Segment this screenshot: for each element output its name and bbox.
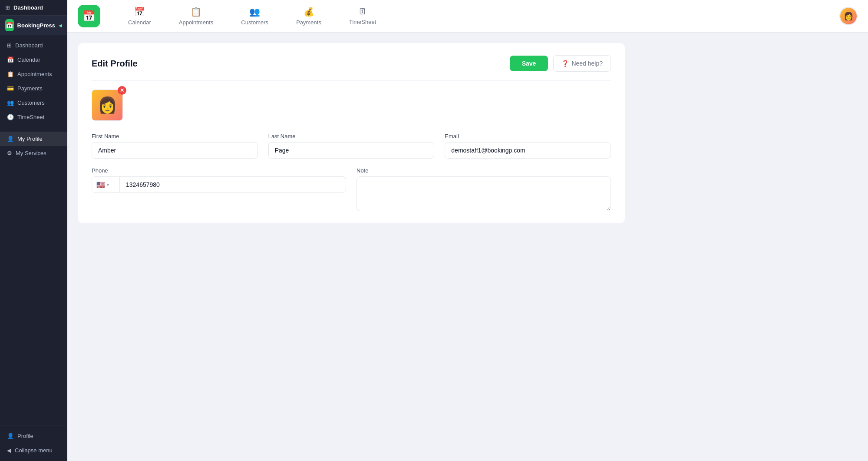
user-avatar[interactable]: 👩 — [839, 7, 858, 25]
sidebar-item-customers[interactable]: 👥 Customers — [0, 96, 67, 110]
sidebar-item-my-services[interactable]: ⚙ My Services — [0, 146, 67, 160]
sidebar-nav: ⊞ Dashboard 📅 Calendar 📋 Appointments 💳 … — [0, 35, 67, 425]
card-header: Edit Profile Save ❓ Need help? — [92, 55, 611, 81]
avatar-remove-button[interactable]: ✕ — [118, 86, 126, 95]
dashboard-icon: ⊞ — [7, 42, 12, 49]
sidebar: ⊞ Dashboard 📅 BookingPress ◀ ⊞ Dashboard… — [0, 0, 67, 461]
help-icon: ❓ — [561, 60, 569, 67]
form-row-2: Phone 🇺🇸 ▾ Note — [92, 167, 611, 211]
phone-chevron-icon: ▾ — [107, 182, 109, 187]
appointments-icon: 📋 — [7, 71, 14, 77]
page-title: Edit Profile — [92, 59, 138, 69]
last-name-label: Last Name — [268, 133, 435, 139]
topnav-customers[interactable]: 👥 Customers — [227, 2, 282, 30]
sidebar-item-my-profile[interactable]: 👤 My Profile — [0, 132, 67, 146]
sidebar-item-appointments[interactable]: 📋 Appointments — [0, 67, 67, 81]
timesheet-nav-icon: 🗓 — [358, 7, 367, 17]
sidebar-item-timesheet[interactable]: 🕒 TimeSheet — [0, 110, 67, 124]
first-name-input[interactable] — [92, 142, 258, 159]
sidebar-item-calendar[interactable]: 📅 Calendar — [0, 53, 67, 67]
save-button[interactable]: Save — [510, 56, 548, 71]
last-name-group: Last Name — [268, 133, 435, 159]
sidebar-item-payments[interactable]: 💳 Payments — [0, 81, 67, 96]
email-input[interactable] — [445, 142, 611, 159]
topnav-timesheet-label: TimeSheet — [349, 19, 376, 25]
payments-nav-icon: 💰 — [304, 7, 314, 17]
sidebar-item-label: My Profile — [17, 136, 43, 142]
customers-icon: 👥 — [7, 99, 14, 106]
bookingpress-icon: 📅 — [5, 19, 14, 31]
email-group: Email — [445, 133, 611, 159]
phone-number-input[interactable] — [120, 177, 346, 192]
sidebar-item-label: Appointments — [17, 71, 52, 77]
sidebar-dashboard-label: Dashboard — [13, 4, 43, 11]
sidebar-item-label: Customers — [17, 99, 45, 106]
first-name-group: First Name — [92, 133, 258, 159]
topnav-items: 📅 Calendar 📋 Appointments 👥 Customers 💰 … — [114, 2, 839, 30]
sidebar-item-label: Payments — [17, 85, 43, 92]
sidebar-item-label: Calendar — [17, 56, 40, 63]
sidebar-bottom: 👤 Profile ◀ Collapse menu — [0, 425, 67, 461]
note-group: Note — [356, 167, 611, 211]
sidebar-divider — [0, 128, 67, 128]
edit-profile-card: Edit Profile Save ❓ Need help? 👩 ✕ — [78, 43, 625, 223]
phone-input-wrapper: 🇺🇸 ▾ — [92, 176, 346, 193]
collapse-icon: ◀ — [7, 447, 11, 454]
avatar-preview: 👩 — [92, 90, 123, 121]
my-services-icon: ⚙ — [7, 150, 12, 156]
sidebar-item-label: TimeSheet — [17, 114, 44, 120]
help-label: Need help? — [571, 60, 603, 67]
need-help-button[interactable]: ❓ Need help? — [553, 55, 611, 72]
calendar-nav-icon: 📅 — [134, 7, 145, 17]
phone-country-select[interactable]: 🇺🇸 ▾ — [92, 177, 120, 192]
main-area: 📅 📅 Calendar 📋 Appointments 👥 Customers … — [67, 0, 868, 461]
topnav-customers-label: Customers — [241, 19, 268, 26]
avatar-image: 👩 — [840, 8, 857, 24]
sidebar-item-profile[interactable]: 👤 Profile — [0, 429, 67, 443]
topnav-payments[interactable]: 💰 Payments — [282, 2, 335, 30]
sidebar-arrow-icon: ◀ — [59, 23, 62, 28]
sidebar-item-label: Profile — [17, 433, 33, 439]
phone-group: Phone 🇺🇸 ▾ — [92, 167, 346, 211]
header-actions: Save ❓ Need help? — [510, 55, 611, 72]
sidebar-item-label: My Services — [16, 150, 46, 156]
first-name-label: First Name — [92, 133, 258, 139]
avatar-upload-area[interactable]: 👩 ✕ — [92, 90, 123, 121]
dashboard-wp-icon: ⊞ — [5, 4, 10, 11]
app-logo: 📅 — [78, 5, 100, 27]
note-textarea[interactable] — [356, 176, 611, 211]
form-row-1: First Name Last Name Email — [92, 133, 611, 159]
appointments-nav-icon: 📋 — [191, 7, 201, 17]
sidebar-item-dashboard[interactable]: ⊞ Dashboard — [0, 38, 67, 53]
top-navigation: 📅 📅 Calendar 📋 Appointments 👥 Customers … — [67, 0, 868, 33]
topnav-payments-label: Payments — [296, 19, 321, 26]
sidebar-header: ⊞ Dashboard — [0, 0, 67, 16]
note-label: Note — [356, 167, 611, 174]
profile-icon: 👤 — [7, 433, 14, 439]
email-label: Email — [445, 133, 611, 139]
payments-icon: 💳 — [7, 85, 14, 92]
topnav-timesheet[interactable]: 🗓 TimeSheet — [335, 2, 390, 30]
topnav-appointments-label: Appointments — [179, 19, 214, 26]
topnav-calendar[interactable]: 📅 Calendar — [114, 2, 165, 30]
us-flag-icon: 🇺🇸 — [96, 181, 105, 189]
logo-icon: 📅 — [83, 10, 96, 22]
sidebar-item-collapse[interactable]: ◀ Collapse menu — [0, 443, 67, 458]
topnav-calendar-label: Calendar — [128, 19, 151, 26]
sidebar-item-label: Dashboard — [15, 42, 43, 49]
timesheet-icon: 🕒 — [7, 114, 14, 120]
customers-nav-icon: 👥 — [249, 7, 260, 17]
my-profile-icon: 👤 — [7, 136, 14, 142]
last-name-input[interactable] — [268, 142, 435, 159]
sidebar-item-label: Collapse menu — [15, 447, 53, 454]
sidebar-plugin-header[interactable]: 📅 BookingPress ◀ — [0, 16, 67, 35]
page-content: Edit Profile Save ❓ Need help? 👩 ✕ — [67, 33, 868, 461]
sidebar-plugin-name: BookingPress — [17, 22, 55, 29]
avatar-placeholder-icon: 👩 — [98, 96, 117, 114]
calendar-icon: 📅 — [7, 56, 14, 63]
topnav-appointments[interactable]: 📋 Appointments — [165, 2, 228, 30]
phone-label: Phone — [92, 167, 346, 174]
